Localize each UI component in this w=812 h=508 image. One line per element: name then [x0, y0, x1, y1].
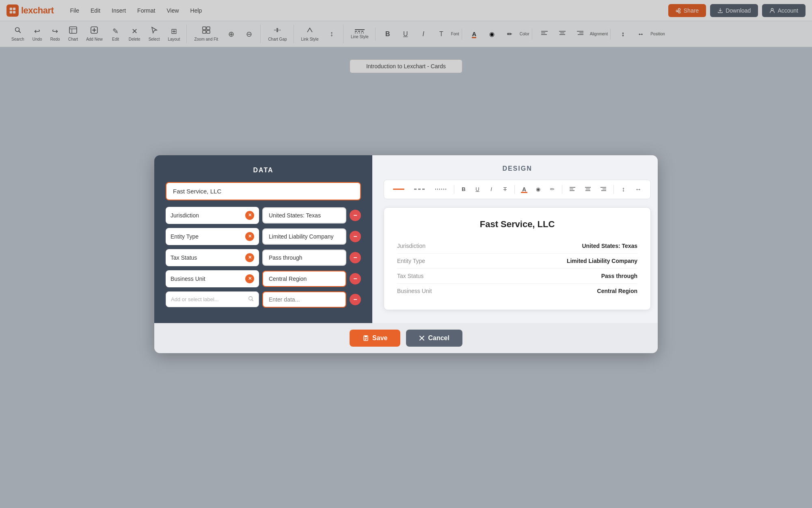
- dt-italic-btn[interactable]: I: [485, 184, 497, 195]
- preview-card-title: Fast Service, LLC: [397, 219, 637, 230]
- preview-row-tax-status: Tax Status Pass through: [397, 269, 637, 284]
- add-row-remove-btn[interactable]: −: [350, 294, 361, 305]
- dt-align-left-btn[interactable]: [566, 185, 579, 194]
- edit-dialog: DATA Jurisdiction ✕ − Entity Type ✕: [154, 155, 658, 353]
- business-unit-remove-btn[interactable]: −: [350, 273, 361, 284]
- add-value-input[interactable]: [262, 291, 346, 308]
- business-unit-label-text: Business Unit: [171, 276, 205, 282]
- cancel-button[interactable]: Cancel: [406, 330, 462, 347]
- dt-position-v-btn[interactable]: ↕: [617, 183, 629, 195]
- design-panel: DESIGN B U I T̶: [372, 155, 658, 323]
- design-panel-title: DESIGN: [384, 165, 651, 172]
- preview-card: Fast Service, LLC Jurisdiction United St…: [384, 207, 651, 310]
- design-toolbar-sep1: [454, 185, 454, 194]
- data-row-business-unit: Business Unit ✕ −: [166, 270, 361, 287]
- tax-status-label-field: Tax Status ✕: [166, 249, 259, 266]
- jurisdiction-label-field: Jurisdiction ✕: [166, 207, 259, 224]
- preview-row-business-unit: Business Unit Central Region: [397, 284, 637, 298]
- svg-line-31: [252, 300, 253, 301]
- business-unit-label-field: Business Unit ✕: [166, 270, 259, 287]
- preview-jurisdiction-label: Jurisdiction: [397, 243, 478, 249]
- data-row-entity-type: Entity Type ✕ −: [166, 228, 361, 245]
- preview-business-unit-label: Business Unit: [397, 288, 478, 294]
- data-panel: DATA Jurisdiction ✕ − Entity Type ✕: [154, 155, 372, 323]
- modal-overlay: DATA Jurisdiction ✕ − Entity Type ✕: [0, 0, 812, 508]
- jurisdiction-label-text: Jurisdiction: [171, 212, 199, 219]
- modal-body: DATA Jurisdiction ✕ − Entity Type ✕: [154, 155, 658, 323]
- jurisdiction-remove-btn[interactable]: −: [350, 210, 361, 221]
- design-toolbar-sep2: [514, 185, 515, 194]
- tax-status-remove-btn[interactable]: −: [350, 252, 361, 263]
- dt-position-h-btn[interactable]: ↔: [631, 183, 646, 195]
- design-toolbar-sep4: [613, 185, 614, 194]
- business-unit-remove-label-btn[interactable]: ✕: [245, 274, 254, 283]
- entity-type-remove-label-btn[interactable]: ✕: [245, 232, 254, 241]
- svg-rect-42: [365, 336, 367, 337]
- preview-tax-status-label: Tax Status: [397, 273, 478, 279]
- data-row-jurisdiction: Jurisdiction ✕ −: [166, 207, 361, 224]
- line-dotted-btn[interactable]: [431, 186, 451, 192]
- tax-status-label-text: Tax Status: [171, 254, 197, 261]
- add-label-placeholder: Add or select label...: [171, 296, 219, 302]
- cancel-label: Cancel: [428, 334, 449, 342]
- dt-align-center-btn[interactable]: [581, 185, 595, 194]
- save-button[interactable]: Save: [350, 330, 400, 347]
- name-input[interactable]: [166, 182, 361, 200]
- modal-footer: Save Cancel: [154, 323, 658, 353]
- preview-entity-type-label: Entity Type: [397, 258, 478, 264]
- preview-row-jurisdiction: Jurisdiction United States: Texas: [397, 239, 637, 254]
- preview-business-unit-value: Central Region: [478, 288, 637, 294]
- preview-jurisdiction-value: United States: Texas: [478, 243, 637, 249]
- dt-underline-btn[interactable]: U: [471, 184, 484, 195]
- entity-type-value-input[interactable]: [262, 228, 346, 245]
- business-unit-value-input[interactable]: [262, 271, 346, 287]
- search-icon: [248, 296, 254, 303]
- dt-line-color-btn[interactable]: ✏: [546, 184, 559, 195]
- design-toolbar: B U I T̶ A ◉ ✏: [384, 180, 651, 199]
- data-row-tax-status: Tax Status ✕ −: [166, 249, 361, 266]
- line-solid-btn[interactable]: [389, 186, 408, 192]
- data-panel-title: DATA: [166, 167, 361, 174]
- add-data-row: Add or select label... −: [166, 291, 361, 308]
- save-label: Save: [372, 334, 387, 342]
- jurisdiction-value-input[interactable]: [262, 207, 346, 224]
- jurisdiction-remove-label-btn[interactable]: ✕: [245, 211, 254, 220]
- entity-type-label-text: Entity Type: [171, 233, 199, 240]
- design-toolbar-sep3: [562, 185, 562, 194]
- tax-status-remove-label-btn[interactable]: ✕: [245, 253, 254, 262]
- dt-bold-btn[interactable]: B: [458, 184, 470, 195]
- dt-align-right-btn[interactable]: [596, 185, 610, 194]
- preview-entity-type-value: Limited Liability Company: [478, 258, 637, 264]
- dt-strike-btn[interactable]: T̶: [499, 184, 511, 195]
- tax-status-value-input[interactable]: [262, 250, 346, 266]
- dt-font-color-btn[interactable]: A: [518, 184, 530, 195]
- dt-fill-color-btn[interactable]: ◉: [532, 184, 544, 195]
- preview-tax-status-value: Pass through: [478, 273, 637, 279]
- entity-type-remove-btn[interactable]: −: [350, 231, 361, 242]
- entity-type-label-field: Entity Type ✕: [166, 228, 259, 245]
- add-label-field[interactable]: Add or select label...: [166, 291, 259, 307]
- line-dashed-btn[interactable]: [410, 186, 430, 192]
- preview-row-entity-type: Entity Type Limited Liability Company: [397, 254, 637, 269]
